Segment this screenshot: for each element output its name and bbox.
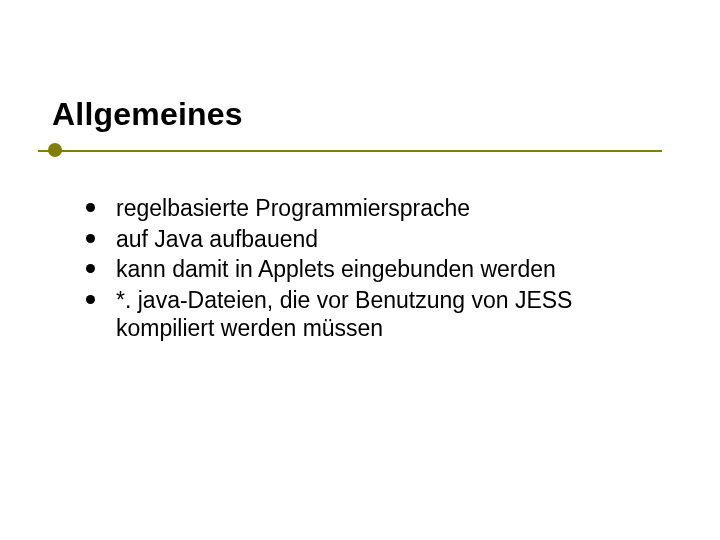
bullet-list: regelbasierte Programmiersprache auf Jav… [82, 194, 672, 343]
list-item: regelbasierte Programmiersprache [82, 194, 672, 223]
title-area: Allgemeines [52, 96, 243, 133]
slide-title: Allgemeines [52, 96, 243, 133]
horizontal-rule [38, 150, 662, 152]
bullet-text: regelbasierte Programmiersprache [116, 195, 470, 221]
list-item: *. java-Dateien, die vor Benutzung von J… [82, 286, 672, 343]
list-item: auf Java aufbauend [82, 225, 672, 254]
bullet-text: kann damit in Applets eingebunden werden [116, 256, 556, 282]
bullet-text: *. java-Dateien, die vor Benutzung von J… [116, 287, 572, 342]
bullet-text: auf Java aufbauend [116, 226, 318, 252]
slide: Allgemeines regelbasierte Programmierspr… [0, 0, 720, 540]
content-area: regelbasierte Programmiersprache auf Jav… [82, 194, 672, 345]
list-item: kann damit in Applets eingebunden werden [82, 255, 672, 284]
